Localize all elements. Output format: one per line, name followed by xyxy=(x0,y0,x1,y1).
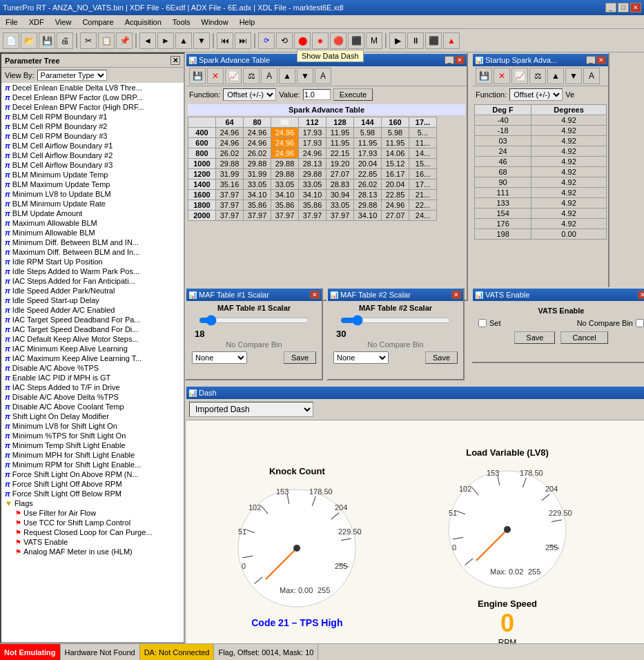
startup-tool1[interactable]: ⚖ xyxy=(529,68,546,84)
tree-item[interactable]: πMinimum LV8 for Shift Light On xyxy=(1,421,184,431)
tree-item[interactable]: πIAC Default Keep Alive Motor Steps... xyxy=(1,334,184,344)
view-by-select[interactable]: Parameter Type xyxy=(37,70,107,81)
flag-tree-item[interactable]: ⚑VATS Enable xyxy=(1,537,184,547)
tree-item[interactable]: πDecel Enlean BPW Factor (Low DRP... xyxy=(1,93,184,102)
spark-data-cell[interactable]: 34.10 xyxy=(299,190,326,200)
spark-data-cell[interactable]: 26.02 xyxy=(244,148,271,159)
spark-data-cell[interactable]: 28.13 xyxy=(299,159,326,169)
startup-down[interactable]: ▼ xyxy=(565,68,582,84)
spark-data-cell[interactable]: 17.93 xyxy=(354,148,382,159)
spark-data-cell[interactable]: 28.83 xyxy=(326,179,354,190)
tree-item[interactable]: πBLM Update Amount xyxy=(1,208,184,218)
spark-data-cell[interactable]: 15... xyxy=(409,159,437,169)
spark-data-cell[interactable]: 11.95 xyxy=(382,138,409,148)
flag-tree-item[interactable]: ⚑Use Filter for Air Flow xyxy=(1,508,184,518)
tree-item[interactable]: πIdle Speed Start-up Delay xyxy=(1,295,184,305)
menu-compare[interactable]: Compare xyxy=(77,15,119,28)
spark-function-select[interactable]: Offset (+/-) xyxy=(223,88,276,101)
tool4[interactable]: ◉ xyxy=(312,32,329,49)
startup-undo[interactable]: ✕ xyxy=(494,68,510,84)
vats-close[interactable]: ✕ xyxy=(638,291,644,299)
open-button[interactable]: 📂 xyxy=(21,32,37,49)
menu-view[interactable]: View xyxy=(50,15,77,28)
tree-item[interactable]: πBLM Cell RPM Boundary #1 xyxy=(1,112,184,122)
close-button[interactable]: ✕ xyxy=(630,3,641,12)
spark-data-cell[interactable]: 14... xyxy=(409,148,437,159)
maf1-slider[interactable] xyxy=(199,315,309,326)
spark-data-cell[interactable]: 15.12 xyxy=(382,159,409,169)
tool1[interactable]: ⟳ xyxy=(258,32,275,49)
nav-forward[interactable]: ► xyxy=(157,32,174,49)
spark-down[interactable]: ▼ xyxy=(297,68,313,84)
spark-data-cell[interactable]: 24.96 xyxy=(271,148,299,159)
startup-chart[interactable]: 📈 xyxy=(511,68,528,84)
spark-data-cell[interactable]: 22.15 xyxy=(326,148,354,159)
print-button[interactable]: 🖨 xyxy=(57,32,73,49)
maf1-save[interactable]: Save xyxy=(284,351,316,364)
spark-data-cell[interactable]: 24.96 xyxy=(271,128,299,138)
maximize-button[interactable]: □ xyxy=(618,3,629,12)
spark-data-cell[interactable]: 24.96 xyxy=(244,128,271,138)
spark-data-cell[interactable]: 22.85 xyxy=(382,190,409,200)
maf2-save[interactable]: Save xyxy=(425,351,458,364)
startup-save[interactable]: 💾 xyxy=(476,68,492,84)
spark-data-cell[interactable]: 33.05 xyxy=(271,179,299,190)
spark-data-cell[interactable]: 37.97 xyxy=(299,211,326,221)
spark-data-cell[interactable]: 37.97 xyxy=(216,211,244,221)
spark-data-cell[interactable]: 11.95 xyxy=(326,128,354,138)
menu-window[interactable]: Window xyxy=(196,15,234,28)
spark-data-cell[interactable]: 17.93 xyxy=(299,138,326,148)
spark-data-cell[interactable]: 5.98 xyxy=(382,128,409,138)
tree-item[interactable]: πMinimum Temp Shift Light Enable xyxy=(1,440,184,450)
spark-data-cell[interactable]: 24.96 xyxy=(216,128,244,138)
spark-data-cell[interactable]: 16... xyxy=(409,169,437,179)
spark-data-cell[interactable]: 26.02 xyxy=(216,148,244,159)
new-button[interactable]: 📄 xyxy=(3,32,19,49)
skip-fwd[interactable]: ⏭ xyxy=(235,32,251,49)
tree-item[interactable]: πDisable A/C Above Delta %TPS xyxy=(1,392,184,402)
spark-data-cell[interactable]: 34.10 xyxy=(271,190,299,200)
spark-data-cell[interactable]: 11.95 xyxy=(354,138,382,148)
tree-item[interactable]: πBLM Maximum Update Temp xyxy=(1,179,184,189)
vats-set-checkbox[interactable] xyxy=(478,319,487,327)
spark-data-cell[interactable]: 37.97 xyxy=(326,211,354,221)
tool5[interactable]: 🔴 xyxy=(330,32,347,49)
pause-button[interactable]: ⏸ xyxy=(407,32,424,49)
tree-item[interactable]: πBLM Cell Airflow Boundary #3 xyxy=(1,160,184,170)
tree-item[interactable]: πMinimum RPM for Shift Light Enable... xyxy=(1,460,184,469)
tree-item[interactable]: πBLM Cell Airflow Boundary #1 xyxy=(1,141,184,151)
spark-data-cell[interactable]: 24.96 xyxy=(216,138,244,148)
tree-item[interactable]: πIdle Speed Adder Park/Neutral xyxy=(1,286,184,295)
spark-data-cell[interactable]: 24.96 xyxy=(244,138,271,148)
tree-item[interactable]: πMaximum Allowable BLM xyxy=(1,218,184,228)
copy-button[interactable]: 📋 xyxy=(98,32,115,49)
spark-data-cell[interactable]: 22... xyxy=(409,200,437,211)
tree-item[interactable]: πMinimum Allowable BLM xyxy=(1,228,184,237)
tree-item[interactable]: πBLM Minimum Update Temp xyxy=(1,170,184,179)
spark-data-cell[interactable]: 27.07 xyxy=(382,211,409,221)
spark-data-cell[interactable]: 24.96 xyxy=(299,148,326,159)
spark-data-cell[interactable]: 31.99 xyxy=(244,169,271,179)
nav-back[interactable]: ◄ xyxy=(139,32,156,49)
stop-button[interactable]: ⬛ xyxy=(425,32,442,49)
tool3[interactable]: ⬤ xyxy=(294,32,311,49)
param-tree-close[interactable]: ✕ xyxy=(170,56,180,65)
vats-cancel-button[interactable]: Cancel xyxy=(560,331,607,344)
spark-data-cell[interactable]: 29.88 xyxy=(271,159,299,169)
menu-help[interactable]: Help xyxy=(234,15,261,28)
spark-data-cell[interactable]: 14.06 xyxy=(382,148,409,159)
spark-up[interactable]: ▲ xyxy=(279,68,295,84)
spark-minimize[interactable]: _ xyxy=(445,56,454,64)
spark-chart[interactable]: 📈 xyxy=(225,68,242,84)
spark-tool2[interactable]: A xyxy=(261,68,277,84)
tree-item[interactable]: πBLM Minimum Update Rate xyxy=(1,199,184,208)
menu-xdf[interactable]: XDF xyxy=(23,15,50,28)
maf2-slider[interactable] xyxy=(340,315,451,326)
spark-data-cell[interactable]: 17.93 xyxy=(299,128,326,138)
spark-data-cell[interactable]: 33.05 xyxy=(326,200,354,211)
spark-data-cell[interactable]: 35.86 xyxy=(244,200,271,211)
spark-save[interactable]: 💾 xyxy=(189,68,206,84)
tree-item[interactable]: πIAC Steps Added to T/F in Drive xyxy=(1,382,184,392)
tree-item[interactable]: πIAC Maximum Keep Alive Learning T... xyxy=(1,353,184,363)
vats-save-button[interactable]: Save xyxy=(514,331,555,344)
